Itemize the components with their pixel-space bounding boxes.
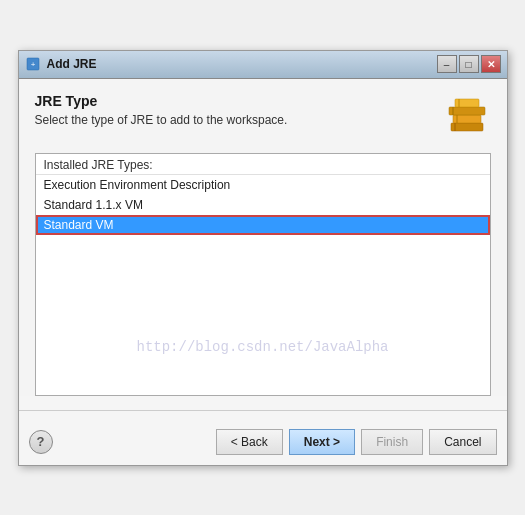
maximize-button[interactable]: □	[459, 55, 479, 73]
header-text: JRE Type Select the type of JRE to add t…	[35, 93, 443, 127]
close-button[interactable]: ✕	[481, 55, 501, 73]
title-bar-controls: – □ ✕	[437, 55, 501, 73]
add-jre-window: + Add JRE – □ ✕ JRE Type Select the type…	[18, 50, 508, 466]
footer-divider	[19, 410, 507, 411]
books-icon	[443, 93, 491, 141]
section-title: JRE Type	[35, 93, 443, 109]
next-button[interactable]: Next >	[289, 429, 355, 455]
svg-rect-2	[451, 123, 483, 131]
main-content: JRE Type Select the type of JRE to add t…	[19, 79, 507, 396]
footer-left: ?	[29, 430, 53, 454]
svg-rect-4	[449, 107, 485, 115]
window-icon: +	[25, 56, 41, 72]
finish-button[interactable]: Finish	[361, 429, 423, 455]
installed-jre-types-group: Installed JRE Types: Execution Environme…	[35, 153, 491, 396]
help-button[interactable]: ?	[29, 430, 53, 454]
footer-buttons: < Back Next > Finish Cancel	[216, 429, 497, 455]
title-bar-left: + Add JRE	[25, 56, 97, 72]
header-area: JRE Type Select the type of JRE to add t…	[35, 93, 491, 141]
cancel-button[interactable]: Cancel	[429, 429, 496, 455]
group-label: Installed JRE Types:	[36, 154, 490, 175]
list-item-standard-11x[interactable]: Standard 1.1.x VM	[36, 195, 490, 215]
section-description: Select the type of JRE to add to the wor…	[35, 113, 443, 127]
jre-type-list[interactable]: Execution Environment Description Standa…	[36, 175, 490, 395]
list-item-standard-vm[interactable]: Standard VM	[36, 215, 490, 235]
list-item-exec-env[interactable]: Execution Environment Description	[36, 175, 490, 195]
watermark: http://blog.csdn.net/JavaAlpha	[136, 339, 388, 355]
back-button[interactable]: < Back	[216, 429, 283, 455]
title-bar: + Add JRE – □ ✕	[19, 51, 507, 79]
minimize-button[interactable]: –	[437, 55, 457, 73]
svg-text:+: +	[30, 60, 35, 69]
footer: ? < Back Next > Finish Cancel	[19, 423, 507, 465]
window-title: Add JRE	[47, 57, 97, 71]
